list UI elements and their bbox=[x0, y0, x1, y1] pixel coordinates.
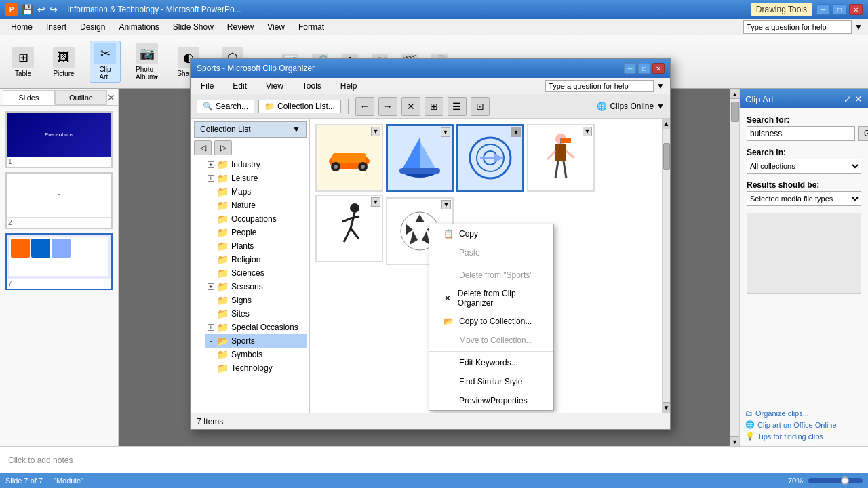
tree-item-technology[interactable]: 📁 Technology bbox=[205, 361, 307, 375]
clip-item-2[interactable]: ▼ bbox=[386, 124, 454, 192]
clip-item-3[interactable]: ▼ bbox=[456, 124, 524, 192]
tree-item-seasons[interactable]: + 📁 Seasons bbox=[205, 280, 307, 293]
results-dropdown[interactable]: Selected media file types bbox=[747, 191, 861, 206]
menu-view[interactable]: View bbox=[262, 21, 290, 33]
cm-copy[interactable]: 📋 Copy bbox=[429, 224, 553, 243]
clip-dropdown-4[interactable]: ▼ bbox=[583, 127, 592, 136]
menu-tools[interactable]: Tools bbox=[298, 80, 326, 92]
tree-item-maps[interactable]: 📁 Maps bbox=[205, 185, 307, 199]
tree-item-sports[interactable]: - 📂 Sports bbox=[205, 334, 307, 348]
slide-thumb-7[interactable]: 7 bbox=[5, 233, 113, 290]
search-button[interactable]: 🔍 Search... bbox=[197, 100, 254, 113]
menu-home[interactable]: Home bbox=[5, 21, 38, 33]
scroll-thumb[interactable] bbox=[731, 102, 739, 122]
dialog-close-btn[interactable]: ✕ bbox=[652, 63, 665, 74]
tree-item-sciences[interactable]: 📁 Sciences bbox=[205, 266, 307, 280]
large-view-btn[interactable]: ⊡ bbox=[471, 97, 490, 116]
close-panel-icon[interactable]: ✕ bbox=[107, 92, 115, 103]
nav-forward-btn[interactable]: ▷ bbox=[214, 140, 232, 155]
clip-item-5[interactable]: ▼ bbox=[315, 195, 383, 262]
search-textbox[interactable] bbox=[747, 126, 855, 141]
dialog-maximize-btn[interactable]: □ bbox=[638, 63, 650, 74]
search-in-dropdown[interactable]: All collections bbox=[747, 159, 861, 174]
slide-thumb-2[interactable]: 5 2 bbox=[5, 172, 113, 229]
tree-item-plants[interactable]: 📁 Plants bbox=[205, 239, 307, 253]
tree-item-religion[interactable]: 📁 Religion bbox=[205, 253, 307, 266]
menu-slideshow[interactable]: Slide Show bbox=[167, 21, 219, 33]
help-search[interactable] bbox=[743, 20, 852, 34]
cm-preview[interactable]: Preview/Properties bbox=[429, 391, 553, 410]
clip-dropdown-1[interactable]: ▼ bbox=[371, 127, 380, 136]
cm-edit-keywords[interactable]: Edit Keywords... bbox=[429, 353, 553, 372]
expand-leisure[interactable]: + bbox=[208, 175, 214, 182]
cm-copy-collection[interactable]: 📂 Copy to Collection... bbox=[429, 312, 553, 331]
maximize-button[interactable]: □ bbox=[833, 4, 846, 15]
close-button[interactable]: ✕ bbox=[849, 4, 863, 15]
tree-item-industry[interactable]: + 📁 Industry bbox=[205, 158, 307, 171]
grid-view-btn[interactable]: ⊞ bbox=[425, 97, 443, 116]
scroll-up-btn[interactable]: ▲ bbox=[730, 89, 740, 99]
clip-dropdown-2[interactable]: ▼ bbox=[441, 127, 450, 137]
menu-insert[interactable]: Insert bbox=[41, 21, 72, 33]
back-btn[interactable]: ← bbox=[355, 97, 374, 116]
menu-review[interactable]: Review bbox=[222, 21, 259, 33]
tab-slides[interactable]: Slides bbox=[3, 90, 55, 105]
tips-link[interactable]: 💡 Tips for finding clips bbox=[745, 432, 863, 441]
expand-industry[interactable]: + bbox=[208, 161, 214, 168]
menu-view[interactable]: View bbox=[262, 80, 288, 92]
tab-outline[interactable]: Outline bbox=[55, 90, 107, 105]
clip-scroll-down[interactable]: ▼ bbox=[663, 402, 670, 413]
forward-btn[interactable]: → bbox=[378, 97, 397, 116]
clip-scroll-up[interactable]: ▲ bbox=[663, 119, 670, 129]
expand-special[interactable]: + bbox=[208, 324, 214, 331]
dialog-help-search[interactable] bbox=[545, 80, 654, 92]
slide-thumb-1[interactable]: Precautions 1 bbox=[5, 111, 113, 168]
notes-placeholder[interactable]: Click to add notes bbox=[8, 455, 73, 465]
menu-help[interactable]: Help bbox=[336, 80, 361, 92]
list-view-btn[interactable]: ☰ bbox=[448, 97, 467, 116]
minimize-button[interactable]: ─ bbox=[816, 4, 830, 15]
cm-find-similar[interactable]: Find Similar Style bbox=[429, 372, 553, 391]
clip-scroll-thumb[interactable] bbox=[663, 143, 670, 170]
ribbon-picture-btn[interactable]: 🖼 Picture bbox=[49, 45, 79, 79]
menu-animations[interactable]: Animations bbox=[113, 21, 164, 33]
tree-item-people[interactable]: 📁 People bbox=[205, 226, 307, 239]
clips-online-dropdown[interactable]: ▼ bbox=[656, 102, 665, 111]
tree-item-symbols[interactable]: 📁 Symbols bbox=[205, 348, 307, 361]
tree-item-nature[interactable]: 📁 Nature bbox=[205, 199, 307, 212]
go-button[interactable]: Go bbox=[858, 126, 868, 141]
ribbon-photo-btn[interactable]: 📷 PhotoAlbum▾ bbox=[132, 41, 162, 82]
clip-dropdown-5[interactable]: ▼ bbox=[371, 197, 380, 207]
ribbon-table-btn[interactable]: ⊞ Table bbox=[8, 45, 38, 79]
delete-btn[interactable]: ✕ bbox=[401, 97, 420, 116]
help-dropdown-icon[interactable]: ▼ bbox=[854, 22, 863, 32]
collection-dropdown-icon[interactable]: ▼ bbox=[292, 125, 300, 134]
clip-item-4[interactable]: ▼ bbox=[527, 124, 595, 192]
dialog-minimize-btn[interactable]: ─ bbox=[624, 63, 636, 74]
tree-item-leisure[interactable]: + 📁 Leisure bbox=[205, 171, 307, 185]
organize-clips-link[interactable]: 🗂 Organize clips... bbox=[745, 409, 863, 418]
tree-item-sites[interactable]: 📁 Sites bbox=[205, 307, 307, 321]
collection-list-button[interactable]: 📁 Collection List... bbox=[258, 100, 341, 113]
redo-icon[interactable]: ↪ bbox=[50, 4, 58, 15]
nav-back-btn[interactable]: ◁ bbox=[194, 140, 212, 155]
ribbon-clipart-btn[interactable]: ✂ ClipArt bbox=[90, 41, 121, 83]
save-icon[interactable]: 💾 bbox=[22, 4, 33, 15]
clips-online-link[interactable]: 🌐 Clip art on Office Online bbox=[745, 420, 863, 429]
cm-delete-organizer[interactable]: ✕ Delete from Clip Organizer bbox=[429, 285, 553, 312]
clip-dropdown-6[interactable]: ▼ bbox=[441, 200, 451, 209]
clip-art-resize-icon[interactable]: ⤢ bbox=[844, 94, 852, 104]
undo-icon[interactable]: ↩ bbox=[37, 4, 45, 15]
menu-design[interactable]: Design bbox=[75, 21, 111, 33]
tree-item-signs[interactable]: 📁 Signs bbox=[205, 293, 307, 307]
clip-dropdown-3[interactable]: ▼ bbox=[511, 127, 521, 137]
tree-item-special[interactable]: + 📁 Special Occasions bbox=[205, 321, 307, 334]
tree-item-occupations[interactable]: 📁 Occupations bbox=[205, 212, 307, 226]
menu-edit[interactable]: Edit bbox=[229, 80, 251, 92]
clip-item-1[interactable]: ▼ bbox=[315, 124, 383, 192]
clips-online-btn[interactable]: 🌐 Clips Online ▼ bbox=[597, 102, 665, 111]
menu-format[interactable]: Format bbox=[293, 21, 330, 33]
dialog-help-dropdown[interactable]: ▼ bbox=[656, 81, 665, 91]
clip-art-close-icon[interactable]: ✕ bbox=[854, 94, 863, 104]
menu-file[interactable]: File bbox=[197, 80, 218, 92]
